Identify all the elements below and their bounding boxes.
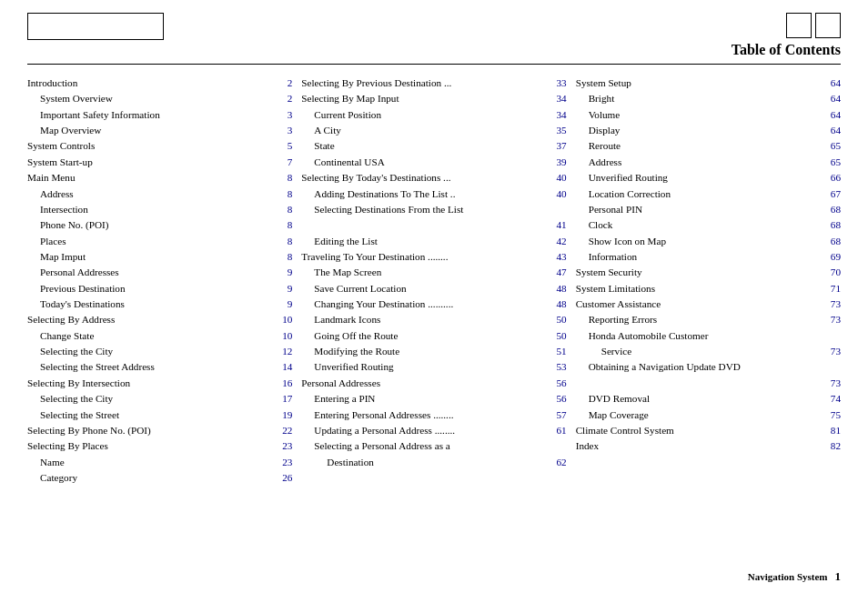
toc-entry: Customer Assistance 73 xyxy=(576,296,841,312)
toc-label: State xyxy=(314,138,548,154)
toc-page: 2 xyxy=(274,75,292,91)
toc-entry: System Start-up 7 xyxy=(27,155,292,170)
toc-label: Traveling To Your Destination ........ xyxy=(301,249,548,265)
toc-page: 71 xyxy=(823,281,841,296)
toc-page: 10 xyxy=(274,328,292,344)
toc-entry: Clock 68 xyxy=(576,217,841,233)
toc-page: 62 xyxy=(549,455,567,470)
toc-entry: Reroute 65 xyxy=(576,138,841,154)
toc-label: Show Icon on Map xyxy=(589,234,823,249)
toc-label xyxy=(601,376,823,391)
toc-entry: Category 26 xyxy=(27,470,292,486)
toc-entry: Selecting the City 12 xyxy=(27,344,292,359)
toc-label: A City xyxy=(314,123,548,138)
toc-label: Map Overview xyxy=(40,123,274,138)
toc-entry: System Limitations 71 xyxy=(576,281,841,296)
toc-label: Save Current Location xyxy=(314,281,548,296)
toc-entry: Address 65 xyxy=(576,155,841,170)
toc-page: 56 xyxy=(549,376,567,391)
toc-label: Name xyxy=(40,455,274,470)
toc-label: System Start-up xyxy=(27,155,274,170)
toc-entry: Important Safety Information 3 xyxy=(27,107,292,123)
toc-entry: Selecting the Street Address 14 xyxy=(27,359,292,375)
toc-label: Selecting By Previous Destination ... xyxy=(301,75,548,91)
toc-page: 70 xyxy=(823,265,841,280)
toc-page: 68 xyxy=(823,234,841,249)
toc-entry: Selecting the City 17 xyxy=(27,391,292,407)
toc-entry: Show Icon on Map 68 xyxy=(576,234,841,249)
toc-page: 37 xyxy=(549,138,567,154)
toc-entry: Places 8 xyxy=(27,234,292,249)
toc-page: 67 xyxy=(823,186,841,202)
toc-label: Going Off the Route xyxy=(314,328,548,344)
toc-page: 43 xyxy=(549,249,567,265)
header-box-2 xyxy=(815,13,841,38)
toc-entry: Volume 64 xyxy=(576,107,841,123)
toc-page: 3 xyxy=(274,107,292,123)
toc-label: The Map Screen xyxy=(314,265,548,280)
toc-label: Entering Personal Addresses ........ xyxy=(314,407,548,423)
toc-label: Unverified Routing xyxy=(314,359,548,375)
toc-entry: Unverified Routing 53 xyxy=(301,359,566,375)
toc-label: Today's Destinations xyxy=(40,296,274,312)
toc-label: Address xyxy=(589,155,823,170)
toc-entry: Traveling To Your Destination ........43 xyxy=(301,249,566,265)
toc-label: Introduction xyxy=(27,75,274,91)
toc-label: Selecting By Places xyxy=(27,438,274,454)
toc-page: 3 xyxy=(274,123,292,138)
toc-entry: Selecting By Previous Destination ...33 xyxy=(301,75,566,91)
toc-entry: A City 35 xyxy=(301,123,566,138)
toc-page: 8 xyxy=(274,186,292,202)
toc-page: 61 xyxy=(549,423,567,438)
toc-page: 14 xyxy=(274,359,292,375)
toc-entry: Selecting By Intersection 16 xyxy=(27,376,292,391)
toc-entry: DVD Removal 74 xyxy=(576,391,841,407)
toc-entry: System Controls 5 xyxy=(27,138,292,154)
toc-label: Landmark Icons xyxy=(314,312,548,327)
toc-page: 34 xyxy=(549,107,567,123)
toc-entry: Entering a PIN 56 xyxy=(301,391,566,407)
header-box-1 xyxy=(786,13,812,38)
toc-entry: Map Imput 8 xyxy=(27,249,292,265)
toc-label: Intersection xyxy=(40,202,274,217)
toc-label: Selecting By Map Input xyxy=(301,91,548,106)
toc-page: 42 xyxy=(549,234,567,249)
toc-entry: System Setup 64 xyxy=(576,75,841,91)
toc-entry: Current Position 34 xyxy=(301,107,566,123)
page-title: Table of Contents xyxy=(732,42,841,58)
toc-col1: Introduction 2System Overview 2Important… xyxy=(27,75,301,486)
toc-entry: Display 64 xyxy=(576,123,841,138)
toc-label: System Overview xyxy=(40,91,274,106)
toc-page: 73 xyxy=(823,376,841,391)
toc-entry: Selecting a Personal Address as a xyxy=(301,438,566,454)
toc-label: Personal PIN xyxy=(589,202,823,217)
toc-page: 16 xyxy=(274,376,292,391)
toc-label: Selecting the City xyxy=(40,344,274,359)
toc-entry: Selecting By Today's Destinations ...40 xyxy=(301,170,566,186)
toc-label: Change State xyxy=(40,328,274,344)
toc-label: Phone No. (POI) xyxy=(40,217,274,233)
toc-entry: Index 82 xyxy=(576,438,841,454)
toc-entry: Address 8 xyxy=(27,186,292,202)
toc-page: 82 xyxy=(823,438,841,454)
toc-label: Destination xyxy=(327,455,548,470)
toc-page: 50 xyxy=(549,312,567,327)
toc-entry: 73 xyxy=(576,376,841,391)
toc-label: Selecting By Intersection xyxy=(27,376,274,391)
header-title-row: Table of Contents xyxy=(0,40,868,58)
toc-entry: The Map Screen 47 xyxy=(301,265,566,280)
toc-page: 65 xyxy=(823,155,841,170)
toc-entry: System Security 70 xyxy=(576,265,841,280)
toc-entry: Changing Your Destination ..........48 xyxy=(301,296,566,312)
toc-page: 23 xyxy=(274,455,292,470)
toc-entry: Reporting Errors 73 xyxy=(576,312,841,327)
toc-page: 9 xyxy=(274,281,292,296)
toc-label: Entering a PIN xyxy=(314,391,548,407)
toc-label: Service xyxy=(601,344,823,359)
toc-page: 41 xyxy=(549,217,567,233)
toc-entry: Selecting By Map Input 34 xyxy=(301,91,566,106)
toc-page: 40 xyxy=(549,170,567,186)
toc-label: Category xyxy=(40,470,274,486)
toc-page xyxy=(549,202,567,217)
toc-label: Map Imput xyxy=(40,249,274,265)
